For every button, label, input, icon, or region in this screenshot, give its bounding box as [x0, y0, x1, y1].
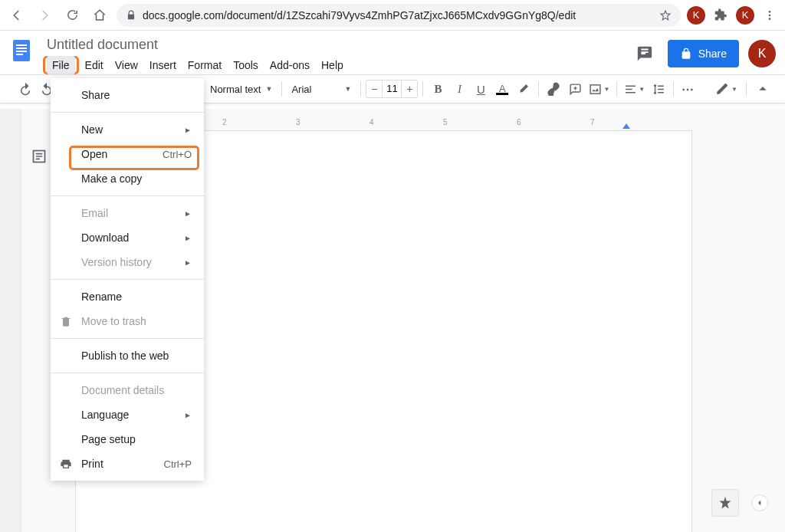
more-button[interactable]: ⋯ [678, 79, 698, 99]
menubar: FileEditViewInsertFormatToolsAdd-onsHelp [43, 56, 625, 74]
profile-avatar[interactable]: K [736, 6, 754, 25]
home-button[interactable] [89, 5, 110, 26]
menu-add-ons[interactable]: Add-ons [264, 56, 315, 74]
file-menu-page-setup[interactable]: Page setup [51, 427, 204, 452]
file-menu-publish-to-the-web[interactable]: Publish to the web [51, 343, 204, 368]
file-menu-print[interactable]: PrintCtrl+P [51, 452, 204, 476]
docs-header: Untitled document FileEditViewInsertForm… [0, 31, 785, 74]
file-menu-download[interactable]: Download► [51, 225, 204, 250]
docs-logo-icon[interactable] [6, 35, 37, 66]
file-menu-version-history: Version history► [51, 250, 204, 274]
italic-button[interactable]: I [449, 79, 469, 99]
svg-rect-5 [16, 48, 27, 49]
svg-point-2 [769, 18, 771, 20]
file-menu-open[interactable]: OpenCtrl+O [51, 142, 204, 166]
file-menu-move-to-trash: Move to trash [51, 309, 204, 333]
menu-tools[interactable]: Tools [228, 56, 264, 74]
menu-edit[interactable]: Edit [80, 56, 109, 74]
text-color-button[interactable]: A [492, 79, 512, 99]
browser-toolbar: docs.google.com/document/d/1ZSzcahi79Vyv… [0, 0, 785, 31]
menu-view[interactable]: View [110, 56, 143, 74]
insert-link-button[interactable] [544, 79, 563, 99]
share-button[interactable]: Share [668, 40, 739, 67]
account-avatar[interactable]: K [748, 40, 776, 67]
font-size-increase[interactable]: + [402, 80, 417, 97]
file-menu-dropdown: ShareNew►OpenCtrl+OMake a copyEmail►Down… [51, 78, 204, 481]
file-menu-rename[interactable]: Rename [51, 284, 204, 309]
outline-toggle-icon[interactable] [28, 146, 50, 167]
font-size-decrease[interactable]: − [366, 80, 382, 97]
star-icon[interactable] [659, 9, 672, 21]
document-title[interactable]: Untitled document [43, 35, 625, 54]
svg-point-1 [769, 14, 771, 16]
reload-button[interactable] [61, 5, 83, 26]
comments-button[interactable] [631, 40, 659, 67]
side-panel-toggle[interactable] [751, 494, 768, 511]
trash-icon [60, 315, 72, 327]
share-label: Share [698, 48, 727, 60]
hide-menus-button[interactable] [753, 79, 773, 99]
highlight-button[interactable] [514, 79, 534, 99]
svg-rect-6 [16, 51, 27, 52]
explore-button[interactable] [711, 489, 739, 517]
font-size-value[interactable]: 11 [382, 80, 402, 97]
lock-icon [680, 48, 692, 60]
address-bar[interactable]: docs.google.com/document/d/1ZSzcahi79Vyv… [117, 4, 681, 27]
file-menu-document-details: Document details [51, 378, 204, 402]
chrome-menu-icon[interactable] [760, 6, 779, 25]
url-text: docs.google.com/document/d/1ZSzcahi79Vyv… [143, 9, 653, 21]
menu-insert[interactable]: Insert [144, 56, 182, 74]
lock-icon [126, 10, 136, 21]
svg-rect-8 [591, 84, 601, 93]
menu-format[interactable]: Format [182, 56, 227, 74]
back-button[interactable] [6, 5, 28, 26]
svg-rect-4 [16, 44, 27, 46]
align-button[interactable]: ▼ [622, 79, 647, 99]
line-spacing-button[interactable] [649, 79, 668, 99]
undo-button[interactable] [15, 79, 35, 99]
extensions-icon[interactable] [711, 6, 730, 25]
svg-rect-7 [16, 54, 23, 55]
svg-point-0 [769, 11, 771, 13]
insert-image-button[interactable]: ▼ [586, 79, 612, 99]
print-icon [60, 458, 72, 470]
file-menu-new[interactable]: New► [51, 117, 204, 142]
font-family-select[interactable]: Arial▼ [287, 79, 356, 99]
bold-button[interactable]: B [428, 79, 448, 99]
font-size-group: − 11 + [366, 80, 418, 98]
forward-button[interactable] [34, 5, 55, 26]
underline-button[interactable]: U [471, 79, 491, 99]
file-menu-share[interactable]: Share [51, 83, 204, 107]
file-menu-email: Email► [51, 201, 204, 225]
extension-icon[interactable]: K [687, 6, 705, 25]
file-menu-make-a-copy[interactable]: Make a copy [51, 166, 204, 191]
add-comment-button[interactable] [565, 79, 585, 99]
menu-file[interactable]: File [47, 56, 75, 74]
editing-mode-button[interactable]: ▼ [713, 79, 740, 99]
right-margin-marker[interactable] [622, 123, 630, 129]
paragraph-style-select[interactable]: Normal text▼ [205, 79, 277, 99]
file-menu-language[interactable]: Language► [51, 402, 204, 427]
vertical-ruler [0, 109, 21, 532]
menu-help[interactable]: Help [316, 56, 349, 74]
